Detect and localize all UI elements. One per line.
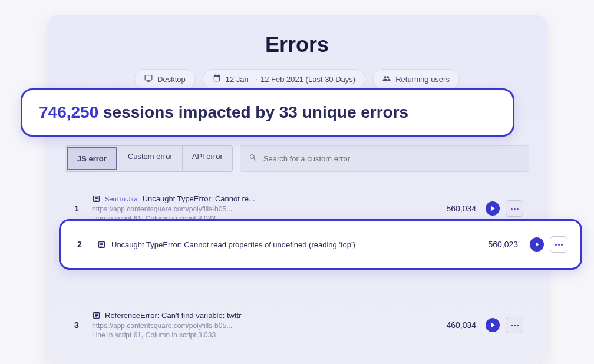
tab-custom-error[interactable]: Custom error xyxy=(118,146,183,171)
error-content: ReferenceError: Can't find variable: twt… xyxy=(92,311,414,339)
error-actions xyxy=(486,317,523,333)
jira-badge: Sent to Jira xyxy=(105,196,138,203)
source-icon xyxy=(97,240,105,249)
date-filter-label: 12 Jan → 12 Feb 2021 (Last 30 Days) xyxy=(226,75,355,84)
calendar-icon xyxy=(213,74,221,84)
error-url: https://app.contentsquare.com/polyfills-… xyxy=(92,205,414,213)
error-title: Uncaught TypeError: Cannot read properti… xyxy=(111,240,355,249)
more-dots-icon xyxy=(555,244,563,246)
filter-pills: Desktop 12 Jan → 12 Feb 2021 (Last 30 Da… xyxy=(47,69,547,90)
user-filter-pill[interactable]: Returning users xyxy=(372,69,460,90)
source-icon xyxy=(92,195,100,203)
error-row[interactable]: 3 ReferenceError: Can't find variable: t… xyxy=(65,303,529,348)
user-filter-label: Returning users xyxy=(395,75,450,84)
stat-text: 746,250 sessions impacted by 33 unique e… xyxy=(39,102,496,123)
tab-api-error[interactable]: API error xyxy=(183,146,232,171)
more-button[interactable] xyxy=(506,200,523,217)
stat-callout: 746,250 sessions impacted by 33 unique e… xyxy=(21,88,514,137)
error-index: 3 xyxy=(71,320,82,330)
highlighted-error-callout: 2 Uncaught TypeError: Cannot read proper… xyxy=(59,219,582,270)
error-content: Sent to Jira Uncaught TypeError: Cannot … xyxy=(92,194,414,223)
users-icon xyxy=(382,74,391,84)
error-title: Uncaught TypeError: Cannot re... xyxy=(143,194,255,203)
controls-bar: JS error Custom error API error xyxy=(65,145,529,172)
search-icon xyxy=(249,153,258,164)
desktop-icon xyxy=(144,74,153,84)
more-button[interactable] xyxy=(550,236,567,253)
error-count: 560,034 xyxy=(423,204,476,213)
date-filter-pill[interactable]: 12 Jan → 12 Feb 2021 (Last 30 Days) xyxy=(203,69,365,90)
tab-js-error[interactable]: JS error xyxy=(67,147,117,170)
error-row-highlighted[interactable]: 2 Uncaught TypeError: Cannot read proper… xyxy=(59,219,582,270)
error-type-tabs: JS error Custom error API error xyxy=(65,145,233,172)
source-icon xyxy=(92,312,100,320)
page-title: Errors xyxy=(47,32,547,57)
error-count: 560,023 xyxy=(465,240,518,249)
more-dots-icon xyxy=(511,325,519,326)
more-dots-icon xyxy=(511,208,519,210)
play-button[interactable] xyxy=(530,237,544,252)
device-filter-label: Desktop xyxy=(157,75,186,84)
play-button[interactable] xyxy=(486,318,500,332)
stat-number: 746,250 xyxy=(39,103,98,121)
error-title-line: Sent to Jira Uncaught TypeError: Cannot … xyxy=(92,194,414,203)
error-content: Uncaught TypeError: Cannot read properti… xyxy=(97,240,453,249)
error-index: 2 xyxy=(74,240,85,249)
stat-box: 746,250 sessions impacted by 33 unique e… xyxy=(21,88,514,137)
error-title-line: ReferenceError: Can't find variable: twt… xyxy=(92,311,414,320)
play-button[interactable] xyxy=(486,201,500,216)
error-url: https://app.contentsquare.com/polyfills-… xyxy=(92,322,414,330)
error-title: ReferenceError: Can't find variable: twt… xyxy=(105,311,242,320)
errors-panel: Errors Desktop 12 Jan → 12 Feb 2021 (Las… xyxy=(47,15,547,364)
device-filter-pill[interactable]: Desktop xyxy=(134,69,196,90)
error-meta: Line in script 61, Column in script 3,03… xyxy=(92,331,414,339)
error-actions xyxy=(486,200,523,217)
error-index: 1 xyxy=(71,204,82,213)
error-count: 460,034 xyxy=(423,320,476,330)
search-box[interactable] xyxy=(240,145,529,172)
error-actions xyxy=(530,236,567,253)
more-button[interactable] xyxy=(506,317,523,333)
search-input[interactable] xyxy=(263,154,520,163)
stat-label: sessions impacted by 33 unique errors xyxy=(103,103,408,121)
